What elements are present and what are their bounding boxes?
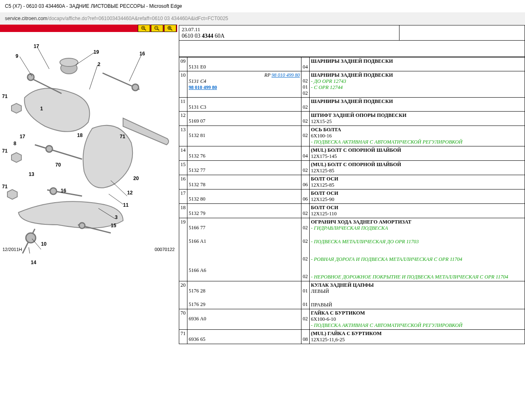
rp-link[interactable]: 98 010 499 80 — [272, 72, 300, 78]
part-link[interactable]: 98 010 499 80 — [189, 84, 217, 90]
part-row[interactable]: 716936 6508(MUL) ГАЙКА С БУРТИКОМ12X125-… — [179, 330, 525, 344]
image-toolbar — [0, 25, 177, 32]
svg-marker-25 — [11, 103, 21, 113]
part-row[interactable]: 10RP 98 010 499 805131 C498 010 499 8002… — [179, 71, 525, 98]
svg-point-18 — [50, 188, 57, 194]
window-titlebar: C5 (X7) - 0610 03 434460A - ЗАДНИЕ ЛИСТО… — [0, 0, 525, 12]
part-row[interactable]: 155132 7702(MUL) БОЛТ С ОПОРНОЙ ШАЙБОЙ12… — [179, 161, 525, 175]
svg-line-1 — [144, 29, 146, 30]
zoom-out-button[interactable] — [151, 25, 163, 32]
part-row[interactable]: 165132 7806БОЛТ ОСИ12X125-85 — [179, 175, 525, 189]
zoom-in-button[interactable] — [138, 25, 150, 32]
svg-line-32 — [129, 55, 142, 81]
svg-point-16 — [46, 146, 52, 152]
zoom-fit-button[interactable] — [164, 25, 176, 32]
svg-line-29 — [20, 57, 32, 76]
svg-marker-26 — [11, 153, 21, 162]
part-row[interactable]: 095131 E004ШАРНИРЫ ЗАДНЕЙ ПОДВЕСКИ — [179, 57, 525, 71]
svg-point-14 — [27, 74, 34, 80]
svg-point-12 — [60, 58, 78, 66]
part-row[interactable]: 205176 285176 290101КУЛАК ЗАДНЕЙ ЦАПФЫЛЕ… — [179, 281, 525, 309]
svg-line-31 — [89, 65, 98, 89]
svg-line-33 — [111, 180, 127, 196]
part-row[interactable]: 195166 775166 A15166 A602020202ОГРАНИЧ Х… — [179, 218, 525, 281]
svg-line-30 — [76, 52, 94, 65]
part-row[interactable]: 125169 0702ШТИФТ ЗАДНЕЙ ОПОРЫ ПОДВЕСКИ12… — [179, 112, 525, 126]
svg-line-8 — [171, 29, 172, 30]
part-row[interactable]: 145132 7604(MUL) БОЛТ С ОПОРНОЙ ШАЙБОЙ12… — [179, 146, 525, 161]
part-row[interactable]: 135132 8102ОСЬ БОЛТА6X100-16- ПОДВЕСКА А… — [179, 126, 525, 146]
parts-table: 095131 E004ШАРНИРЫ ЗАДНЕЙ ПОДВЕСКИ10RP 9… — [179, 57, 525, 344]
svg-line-15 — [35, 145, 82, 159]
part-row[interactable]: 185132 7902БОЛТ ОСИ12X125-110 — [179, 204, 525, 218]
svg-line-34 — [109, 194, 123, 204]
part-row[interactable]: 175132 8006БОЛТ ОСИ12X125-90 — [179, 189, 525, 204]
address-bar[interactable]: service.citroen.com/docapv/affiche.do?re… — [0, 12, 525, 25]
parts-diagram[interactable]: 17 9 19 2 16 71 1 17 8 71 18 71 13 70 71… — [0, 32, 177, 253]
svg-line-36 — [32, 239, 41, 249]
svg-line-37 — [29, 247, 31, 253]
svg-line-28 — [37, 46, 49, 69]
svg-line-5 — [158, 29, 159, 30]
part-row[interactable]: 706936 A002ГАЙКА С БУРТИКОМ6X100-6-10- П… — [179, 309, 525, 330]
svg-point-20 — [132, 84, 139, 91]
svg-point-22 — [79, 223, 85, 228]
doc-header: 23.07.11 0610 03 4344 60A — [179, 25, 525, 41]
part-row[interactable]: 115131 C302ШАРНИРЫ ЗАДНЕЙ ПОДВЕСКИ — [179, 98, 525, 112]
svg-marker-27 — [7, 189, 17, 199]
